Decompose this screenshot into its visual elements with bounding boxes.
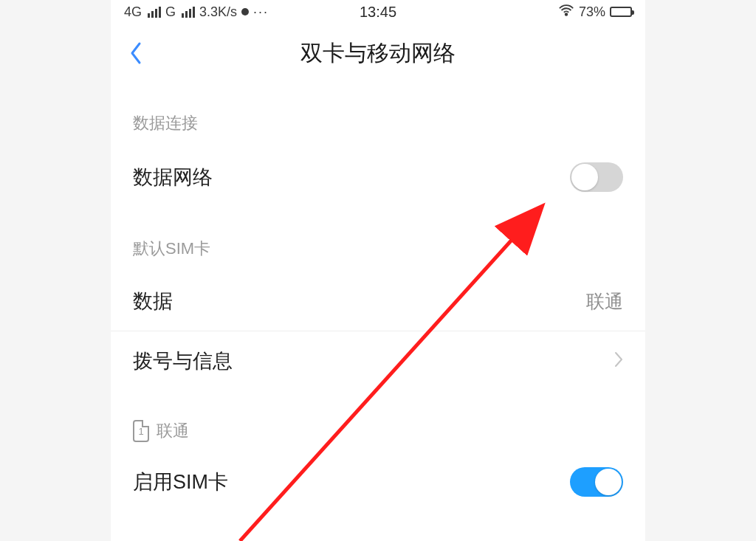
toggle-data-network[interactable] bbox=[570, 162, 623, 192]
status-left: 4G G 3.3K/s ··· bbox=[124, 4, 269, 20]
settings-screen: 4G G 3.3K/s ··· 13:45 73% bbox=[111, 0, 645, 541]
wifi-icon bbox=[558, 2, 574, 22]
sim-carrier-name: 联通 bbox=[157, 420, 189, 442]
section-header-data-connection: 数据连接 bbox=[111, 83, 645, 146]
back-button[interactable] bbox=[128, 41, 143, 66]
network-type-2: G bbox=[165, 4, 176, 20]
content: 数据连接 数据网络 默认SIM卡 数据 联通 拨号与信息 bbox=[111, 83, 645, 513]
battery-percent: 73% bbox=[579, 4, 605, 20]
row-data-network[interactable]: 数据网络 bbox=[111, 146, 645, 208]
status-right: 73% bbox=[558, 2, 632, 22]
row-value: 联通 bbox=[586, 289, 623, 314]
status-time: 13:45 bbox=[360, 4, 396, 21]
section-header-default-sim: 默认SIM卡 bbox=[111, 208, 645, 272]
network-speed: 3.3K/s bbox=[199, 4, 237, 20]
sim-card-icon: 1 bbox=[133, 420, 149, 442]
status-bar: 4G G 3.3K/s ··· 13:45 73% bbox=[111, 0, 645, 24]
sim-slot-number: 1 bbox=[138, 426, 143, 437]
status-dot-icon bbox=[241, 8, 249, 15]
signal-bars-icon-2 bbox=[182, 7, 195, 18]
battery-icon bbox=[610, 7, 632, 17]
page-title: 双卡与移动网络 bbox=[300, 38, 456, 69]
row-label: 数据网络 bbox=[133, 164, 213, 190]
row-label: 启用SIM卡 bbox=[133, 469, 228, 495]
row-dial-sms[interactable]: 拨号与信息 bbox=[111, 331, 645, 390]
svg-point-0 bbox=[566, 13, 568, 15]
network-type-1: 4G bbox=[124, 4, 142, 20]
row-label: 拨号与信息 bbox=[133, 348, 233, 374]
signal-bars-icon-1 bbox=[148, 7, 161, 18]
nav-header: 双卡与移动网络 bbox=[111, 24, 645, 83]
toggle-enable-sim[interactable] bbox=[570, 467, 623, 497]
more-icon: ··· bbox=[253, 4, 269, 20]
sim-slot-header: 1 联通 bbox=[111, 390, 645, 451]
chevron-right-icon bbox=[614, 351, 623, 372]
row-enable-sim[interactable]: 启用SIM卡 bbox=[111, 451, 645, 513]
row-data-sim[interactable]: 数据 联通 bbox=[111, 272, 645, 331]
row-label: 数据 bbox=[133, 288, 173, 314]
